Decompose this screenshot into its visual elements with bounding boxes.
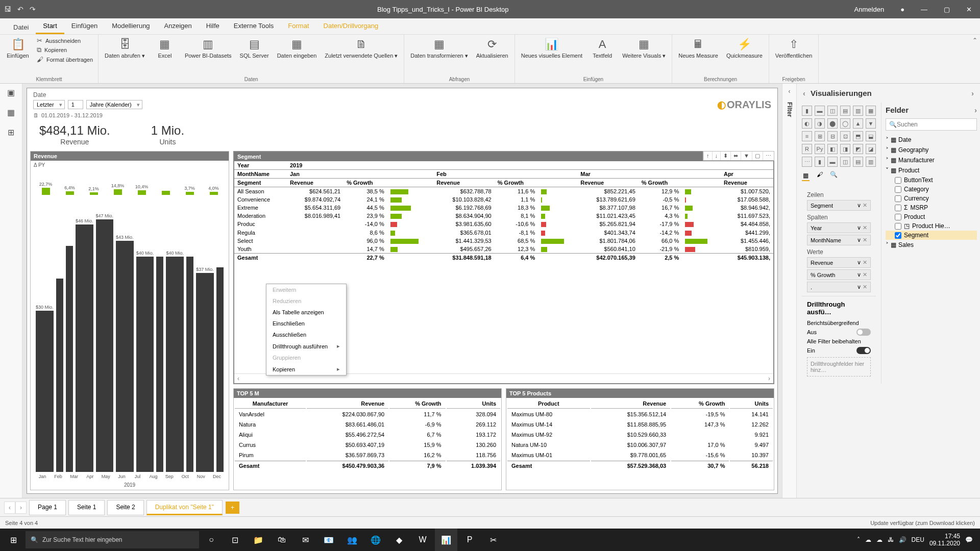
publish-button[interactable]: ⇧Veröffentlichen bbox=[774, 37, 814, 60]
ribbon-tab[interactable]: Anzeigen bbox=[157, 19, 199, 34]
excel-button[interactable]: ▦Excel bbox=[152, 37, 178, 60]
textbox-button[interactable]: ATextfeld bbox=[590, 37, 615, 60]
relative-count[interactable]: 1 bbox=[68, 100, 83, 109]
context-menu-item[interactable]: Kopieren▸ bbox=[266, 363, 346, 375]
viz-type-button[interactable]: Py bbox=[815, 144, 825, 154]
viz-type-button[interactable]: ⬤ bbox=[827, 118, 838, 129]
fields-tab-icon[interactable]: ▦ bbox=[802, 171, 810, 181]
add-page-button[interactable]: + bbox=[226, 502, 239, 514]
keep-filters-toggle[interactable] bbox=[856, 347, 871, 354]
filter-icon[interactable]: ▼ bbox=[741, 152, 752, 160]
more-icon[interactable]: ⋯ bbox=[763, 152, 774, 160]
page-tab[interactable]: Duplikat von "Seite 1" bbox=[146, 500, 223, 515]
field-well-item[interactable]: Year∨ ✕ bbox=[807, 222, 871, 233]
relative-unit-dropdown[interactable]: Jahre (Kalender) bbox=[86, 100, 142, 109]
remove-field-icon[interactable]: ✕ bbox=[863, 284, 867, 290]
viz-type-button[interactable]: ≡ bbox=[802, 131, 812, 141]
ribbon-tab[interactable]: Externe Tools bbox=[227, 19, 281, 34]
redo-icon[interactable]: ↷ bbox=[30, 5, 36, 13]
tray-lang[interactable]: DEU bbox=[912, 536, 924, 543]
outlook-icon[interactable]: 📧 bbox=[317, 529, 340, 551]
store-icon[interactable]: 🛍 bbox=[271, 529, 293, 551]
word-icon[interactable]: W bbox=[411, 529, 434, 551]
context-menu-item[interactable]: Als Tabelle anzeigen bbox=[266, 307, 346, 318]
cortana-icon[interactable]: ○ bbox=[200, 529, 223, 551]
field-table[interactable]: ˅▦Product bbox=[886, 165, 977, 176]
viz-type-button[interactable]: ◧ bbox=[827, 144, 838, 154]
remove-field-icon[interactable]: ✕ bbox=[863, 224, 867, 231]
viz-type-button[interactable]: ⊟ bbox=[827, 131, 838, 141]
field-item[interactable]: Σ MSRP bbox=[886, 203, 977, 212]
format-painter-button[interactable]: 🖌Format übertragen bbox=[37, 56, 93, 63]
teams-icon[interactable]: 👥 bbox=[341, 529, 363, 551]
ribbon-tab[interactable]: Modellierung bbox=[105, 19, 157, 34]
fields-search[interactable]: 🔍 bbox=[886, 118, 977, 131]
page-tab[interactable]: Page 1 bbox=[29, 500, 66, 515]
field-item[interactable]: Segment bbox=[886, 231, 977, 240]
bar[interactable] bbox=[186, 203, 193, 472]
viz-type-button[interactable]: ◫ bbox=[827, 106, 838, 116]
bar[interactable]: $40 Mio. bbox=[136, 203, 154, 472]
tray-onedrive-icon[interactable]: ☁ bbox=[876, 536, 883, 543]
status-right[interactable]: Update verfügbar (zum Download klicken) bbox=[870, 520, 975, 526]
field-table[interactable]: ˃▦Date bbox=[886, 135, 977, 145]
ribbon-tab[interactable]: Start bbox=[36, 19, 64, 34]
copy-button[interactable]: ⧉Kopieren bbox=[37, 46, 93, 54]
viz-type-button[interactable]: ◫ bbox=[840, 157, 850, 167]
vs-icon[interactable]: ◆ bbox=[388, 529, 410, 551]
taskview-icon[interactable]: ⊡ bbox=[224, 529, 246, 551]
viz-type-button[interactable]: R bbox=[802, 144, 812, 154]
avatar-icon[interactable]: ● bbox=[896, 4, 909, 15]
panel-collapse-icon[interactable]: › bbox=[974, 106, 977, 114]
scroll-right-icon[interactable]: › bbox=[768, 375, 770, 382]
page-next-icon[interactable]: › bbox=[15, 502, 27, 514]
data-view-icon[interactable]: ▦ bbox=[7, 108, 15, 117]
field-item[interactable]: Currency bbox=[886, 194, 977, 203]
remove-field-icon[interactable]: ✕ bbox=[863, 259, 867, 265]
refresh-button[interactable]: ⟳Aktualisieren bbox=[475, 37, 509, 60]
viz-type-button[interactable]: ⊡ bbox=[840, 131, 850, 141]
field-table[interactable]: ˃▦Geography bbox=[886, 145, 977, 155]
context-menu-item[interactable]: Einschließen bbox=[266, 318, 346, 329]
tray-network-icon[interactable]: 🖧 bbox=[888, 536, 894, 543]
viz-type-button[interactable]: ◩ bbox=[853, 144, 863, 154]
viz-type-button[interactable]: ◪ bbox=[866, 144, 876, 154]
tray-notifications-icon[interactable]: 💬 bbox=[965, 536, 973, 543]
viz-type-button[interactable]: ▤ bbox=[853, 157, 863, 167]
analytics-tab-icon[interactable]: 🔍 bbox=[830, 171, 838, 181]
get-data-button[interactable]: 🗄Daten abrufen ▾ bbox=[104, 37, 146, 60]
field-table[interactable]: ˃▦Sales bbox=[886, 240, 977, 250]
field-well-item[interactable]: Revenue∨ ✕ bbox=[807, 257, 871, 268]
paste-button[interactable]: 📋Einfügen bbox=[5, 37, 31, 60]
save-icon[interactable]: 🖫 bbox=[4, 5, 11, 13]
bar[interactable] bbox=[66, 203, 73, 472]
quick-measure-button[interactable]: ⚡Quickmeasure bbox=[725, 37, 764, 60]
viz-type-button[interactable]: ▮ bbox=[802, 106, 812, 116]
viz-type-button[interactable]: ◯ bbox=[840, 118, 850, 129]
more-visuals-button[interactable]: ▦Weitere Visuals ▾ bbox=[621, 37, 667, 60]
viz-type-button[interactable]: ◐ bbox=[802, 118, 812, 129]
relative-dropdown[interactable]: Letzter bbox=[33, 100, 65, 109]
close-icon[interactable]: ✕ bbox=[962, 4, 976, 15]
context-menu-item[interactable]: Drillthrough ausführen▸ bbox=[266, 340, 346, 352]
bar[interactable]: $40 Mio. bbox=[166, 203, 184, 472]
signin-button[interactable]: Anmelden bbox=[850, 4, 889, 15]
viz-type-button[interactable]: ⬓ bbox=[866, 131, 876, 141]
maximize-icon[interactable]: ▢ bbox=[940, 4, 954, 15]
viz-type-button[interactable]: ▥ bbox=[853, 106, 863, 116]
cut-button[interactable]: ✂Ausschneiden bbox=[37, 37, 93, 44]
field-table[interactable]: ˃▦Manufacturer bbox=[886, 155, 977, 165]
remove-field-icon[interactable]: ✕ bbox=[863, 237, 867, 243]
bar[interactable] bbox=[56, 203, 63, 472]
transform-button[interactable]: ▦Daten transformieren ▾ bbox=[409, 37, 469, 60]
field-well-item[interactable]: .∨ ✕ bbox=[807, 282, 871, 292]
ribbon-tab[interactable]: Format bbox=[281, 19, 316, 34]
recent-sources-button[interactable]: 🗎Zuletzt verwendete Quellen ▾ bbox=[324, 37, 399, 60]
field-item[interactable]: ButtonText bbox=[886, 176, 977, 185]
tray-volume-icon[interactable]: 🔊 bbox=[899, 536, 906, 543]
field-item[interactable]: Category bbox=[886, 185, 977, 194]
sql-button[interactable]: ▤SQL Server bbox=[239, 37, 270, 60]
bar[interactable]: $47 Mio. bbox=[96, 203, 114, 472]
focus-icon[interactable]: ▢ bbox=[752, 152, 763, 160]
remove-field-icon[interactable]: ✕ bbox=[863, 202, 867, 208]
